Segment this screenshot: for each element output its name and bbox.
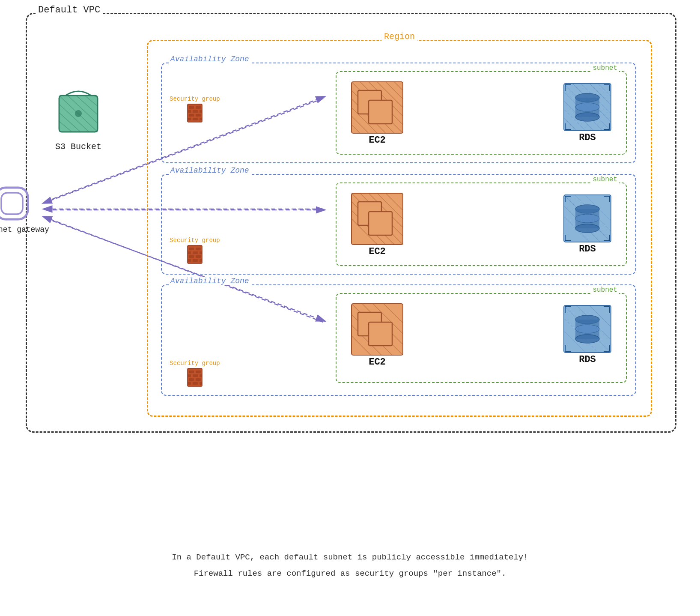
- rds-icon-3: [562, 303, 613, 355]
- svg-rect-107: [189, 371, 194, 373]
- security-group-1: Security group: [170, 96, 220, 123]
- svg-rect-28: [193, 118, 198, 120]
- rds-label-2: RDS: [562, 244, 613, 254]
- svg-rect-67: [189, 248, 194, 250]
- ec2-label-2: EC2: [349, 246, 405, 257]
- sg-label-3: Security group: [170, 360, 220, 367]
- svg-rect-22: [188, 110, 191, 113]
- az-label-1: Availability Zone: [169, 55, 251, 63]
- svg-rect-110: [193, 374, 198, 377]
- brick-icon-2: [187, 245, 203, 264]
- subnet-label-1: subnet: [591, 64, 619, 72]
- svg-rect-87: [369, 212, 392, 235]
- region-label: Region: [381, 32, 417, 42]
- svg-rect-73: [196, 255, 201, 258]
- svg-rect-43: [369, 100, 392, 124]
- svg-rect-109: [188, 374, 191, 377]
- az-box-3: Availability Zone Security group: [161, 284, 636, 396]
- svg-rect-126: [369, 322, 392, 346]
- subnet-box-1: subnet: [336, 71, 627, 155]
- svg-rect-115: [193, 382, 198, 385]
- svg-rect-71: [200, 251, 202, 254]
- svg-rect-114: [188, 382, 191, 385]
- ec2-icon-1: [349, 80, 405, 135]
- svg-rect-27: [188, 118, 191, 120]
- s3-icon: [53, 87, 104, 138]
- security-group-3: Security group: [170, 360, 220, 387]
- svg-point-136: [575, 325, 599, 333]
- vpc-box: Default VPC S3 Bucket: [26, 13, 676, 433]
- ec2-container-3: EC2: [349, 302, 405, 368]
- rds-container-2: RDS: [562, 193, 613, 254]
- rds-container-1: RDS: [562, 81, 613, 143]
- svg-rect-70: [193, 251, 198, 254]
- svg-point-135: [575, 335, 599, 343]
- rds-label-1: RDS: [562, 132, 613, 143]
- svg-rect-68: [196, 248, 201, 250]
- brick-icon-1: [187, 103, 203, 123]
- svg-rect-29: [200, 118, 202, 120]
- footer-text: In a Default VPC, each default subnet is…: [0, 549, 700, 582]
- ec2-container-1: EC2: [349, 80, 405, 146]
- subnet-label-3: subnet: [591, 286, 619, 294]
- svg-point-56: [575, 113, 599, 121]
- main-container: Default VPC S3 Bucket: [0, 0, 700, 616]
- svg-rect-108: [196, 371, 201, 373]
- brick-icon-3: [187, 368, 203, 387]
- igw-icon: [0, 184, 31, 223]
- ec2-container-2: EC2: [349, 191, 405, 257]
- ec2-label-1: EC2: [349, 135, 405, 146]
- svg-rect-111: [200, 374, 202, 377]
- region-box: Region Availability Zone Security group: [147, 40, 652, 417]
- vpc-label: Default VPC: [36, 5, 103, 15]
- svg-rect-69: [188, 251, 191, 254]
- svg-rect-72: [189, 255, 194, 258]
- subnet-label-2: subnet: [591, 176, 619, 183]
- svg-rect-23: [193, 110, 198, 113]
- rds-icon-2: [562, 193, 613, 244]
- footer-line2: Firewall rules are configured as securit…: [0, 565, 700, 582]
- svg-rect-75: [193, 259, 198, 262]
- svg-point-97: [575, 214, 599, 223]
- svg-rect-112: [189, 378, 194, 381]
- rds-icon-1: [562, 81, 613, 133]
- igw-container: Internet gateway: [0, 184, 49, 234]
- svg-rect-146: [1, 193, 23, 214]
- az-label-2: Availability Zone: [169, 166, 251, 175]
- svg-point-17: [75, 110, 82, 117]
- svg-rect-20: [189, 106, 194, 109]
- svg-rect-21: [196, 106, 201, 109]
- svg-point-57: [575, 103, 599, 111]
- security-group-2: Security group: [170, 237, 220, 264]
- rds-container-3: RDS: [562, 303, 613, 365]
- az-box-2: Availability Zone Security group: [161, 174, 636, 275]
- svg-rect-116: [200, 382, 202, 385]
- svg-rect-74: [188, 259, 191, 262]
- s3-label: S3 Bucket: [55, 142, 101, 152]
- ec2-label-3: EC2: [349, 357, 405, 368]
- subnet-box-3: subnet: [336, 293, 627, 383]
- sg-label-1: Security group: [170, 96, 220, 102]
- svg-point-96: [575, 224, 599, 233]
- az-box-1: Availability Zone Security group: [161, 63, 636, 163]
- svg-rect-76: [200, 259, 202, 262]
- svg-rect-24: [200, 110, 202, 113]
- igw-label: Internet gateway: [0, 225, 49, 234]
- subnet-box-2: subnet: [336, 182, 627, 266]
- svg-rect-26: [196, 114, 201, 117]
- rds-label-3: RDS: [562, 354, 613, 365]
- svg-rect-25: [189, 114, 194, 117]
- footer-line1: In a Default VPC, each default subnet is…: [0, 549, 700, 565]
- ec2-icon-2: [349, 191, 405, 247]
- svg-rect-113: [196, 378, 201, 381]
- az-label-3: Availability Zone: [169, 277, 251, 285]
- sg-label-2: Security group: [170, 237, 220, 244]
- ec2-icon-3: [349, 302, 405, 357]
- s3-bucket-container: S3 Bucket: [53, 87, 104, 152]
